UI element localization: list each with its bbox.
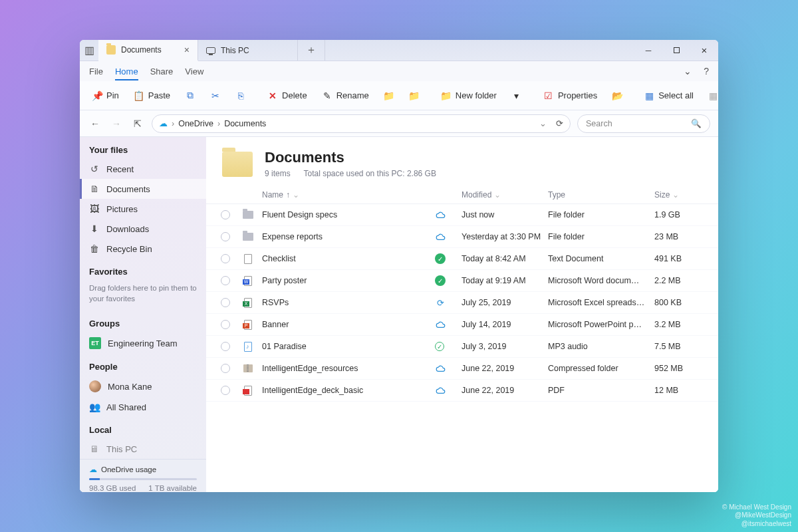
select-circle[interactable] bbox=[221, 232, 230, 241]
close-tab-icon[interactable]: × bbox=[184, 45, 190, 55]
select-circle[interactable] bbox=[221, 320, 230, 329]
file-row[interactable]: Expense reportsYesterday at 3:30 PMFile … bbox=[206, 226, 718, 248]
file-row[interactable]: BannerJuly 14, 2019Microsoft PowerPoint … bbox=[206, 314, 718, 336]
col-type[interactable]: Type bbox=[548, 190, 654, 200]
syncing-status-icon: ⟳ bbox=[435, 297, 446, 308]
address-bar[interactable]: ☁ › OneDrive › Documents ⌄ ⟳ bbox=[152, 114, 571, 133]
move-to-button[interactable]: 📁 bbox=[380, 88, 398, 104]
copy-to-icon: 📁 bbox=[409, 90, 420, 101]
new-folder-button[interactable]: 📁New folder bbox=[437, 88, 501, 104]
breadcrumb-current[interactable]: Documents bbox=[224, 119, 266, 128]
chevron-down-icon: ⌄ bbox=[293, 190, 299, 200]
file-name: Expense reports bbox=[262, 232, 435, 241]
new-tab-button[interactable]: ＋ bbox=[298, 40, 325, 61]
col-size[interactable]: Size ⌄ bbox=[654, 190, 701, 200]
maximize-button[interactable] bbox=[662, 40, 690, 61]
tab-this-pc[interactable]: This PC bbox=[198, 40, 298, 61]
menu-share[interactable]: Share bbox=[150, 66, 174, 76]
file-row[interactable]: Party poster✓Today at 9:19 AMMicrosoft W… bbox=[206, 270, 718, 292]
select-circle[interactable] bbox=[221, 298, 230, 307]
rename-button[interactable]: ✎Rename bbox=[318, 88, 373, 104]
back-button[interactable]: ← bbox=[88, 116, 102, 131]
select-circle[interactable] bbox=[221, 276, 230, 285]
pc-icon: 🖥 bbox=[89, 444, 100, 454]
sidebar-item-documents[interactable]: 🗎Documents bbox=[80, 179, 206, 199]
menu-file[interactable]: File bbox=[89, 66, 103, 76]
main-pane: Documents 9 items Total space used on th… bbox=[206, 137, 718, 492]
file-row[interactable]: Checklist✓Today at 8:42 AMText Document4… bbox=[206, 248, 718, 270]
select-circle[interactable] bbox=[221, 254, 230, 263]
sidebar-item-group-engineering[interactable]: ETEngineering Team bbox=[80, 332, 206, 354]
file-name: IntelligentEdge_deck_basic bbox=[262, 386, 435, 395]
delete-button[interactable]: ✕Delete bbox=[263, 88, 311, 104]
file-size: 7.5 MB bbox=[654, 342, 701, 351]
pictures-icon: 🖼 bbox=[89, 203, 100, 214]
select-circle[interactable] bbox=[221, 342, 230, 351]
scissors-icon: ✂ bbox=[210, 90, 221, 101]
column-headers: Name ↑ ⌄ Modified ⌄ Type Size ⌄ bbox=[206, 186, 718, 204]
file-row[interactable]: IntelligentEdge_deck_basicJune 22, 2019P… bbox=[206, 380, 718, 402]
file-size: 800 KB bbox=[654, 298, 701, 307]
file-row[interactable]: 01 Paradise✓July 3, 2019MP3 audio7.5 MB bbox=[206, 336, 718, 358]
refresh-icon[interactable]: ⟳ bbox=[556, 118, 563, 128]
minimize-button[interactable]: ─ bbox=[634, 40, 662, 61]
file-row[interactable]: IntelligentEdge_resourcesJune 22, 2019Co… bbox=[206, 358, 718, 380]
file-modified: Today at 8:42 AM bbox=[462, 254, 548, 263]
attribution: © Michael West Design @MikeWestDesign @i… bbox=[722, 503, 791, 529]
search-icon: 🔍 bbox=[691, 118, 702, 128]
open-button[interactable]: 📂 bbox=[608, 88, 626, 104]
usage-bar bbox=[89, 478, 197, 480]
breadcrumb-root[interactable]: OneDrive bbox=[178, 119, 213, 128]
chevron-down-icon[interactable]: ⌄ bbox=[539, 118, 547, 128]
menu-view[interactable]: View bbox=[185, 66, 203, 76]
forward-button[interactable]: → bbox=[109, 116, 124, 131]
up-button[interactable]: ⇱ bbox=[130, 116, 145, 131]
copy-to-button[interactable]: 📁 bbox=[405, 88, 424, 104]
titlebar: ▥ Documents × This PC ＋ ─ × bbox=[80, 40, 718, 61]
menu-home[interactable]: Home bbox=[115, 66, 138, 80]
tab-label: This PC bbox=[221, 46, 249, 55]
sidebar: Your files ↺Recent 🗎Documents 🖼Pictures … bbox=[80, 137, 206, 492]
file-type-icon bbox=[242, 319, 254, 331]
col-name[interactable]: Name ↑ ⌄ bbox=[262, 190, 435, 200]
search-placeholder: Search bbox=[586, 119, 612, 128]
sidebar-item-this-pc[interactable]: 🖥This PC bbox=[80, 439, 206, 459]
new-item-button[interactable]: ▾ bbox=[507, 88, 526, 104]
paste-button[interactable]: 📋Paste bbox=[130, 88, 174, 104]
select-all-icon: ▦ bbox=[644, 90, 654, 101]
usage-used: 98.3 GB used bbox=[89, 484, 136, 492]
new-folder-icon: 📁 bbox=[441, 90, 452, 101]
search-input[interactable]: Search 🔍 bbox=[577, 114, 710, 133]
select-all-button[interactable]: ▦Select all bbox=[640, 88, 698, 104]
cut-button[interactable]: ✂ bbox=[206, 88, 225, 104]
sidebar-item-pictures[interactable]: 🖼Pictures bbox=[80, 199, 206, 219]
cloud-status-icon bbox=[435, 363, 446, 374]
onedrive-usage-label: OneDrive usage bbox=[101, 466, 156, 473]
sidebar-item-recycle[interactable]: 🗑Recycle Bin bbox=[80, 239, 206, 259]
file-type: Microsoft Word docum… bbox=[548, 276, 654, 285]
help-icon[interactable]: ? bbox=[704, 66, 709, 76]
close-window-button[interactable]: × bbox=[690, 40, 718, 61]
select-none-button[interactable]: ▦ bbox=[704, 88, 718, 104]
sidebar-item-recent[interactable]: ↺Recent bbox=[80, 159, 206, 179]
select-circle[interactable] bbox=[221, 386, 230, 395]
sidebar-item-person-mona[interactable]: Mona Kane bbox=[80, 376, 206, 397]
sets-icon[interactable]: ▥ bbox=[80, 40, 98, 61]
file-modified: June 22, 2019 bbox=[462, 364, 548, 373]
select-circle[interactable] bbox=[221, 210, 230, 219]
sidebar-item-downloads[interactable]: ⬇Downloads bbox=[80, 219, 206, 239]
menu-bar: File Home Share View ⌄ ? bbox=[80, 61, 718, 81]
file-row[interactable]: Fluent Design specsJust nowFile folder1.… bbox=[206, 204, 718, 226]
properties-button[interactable]: ☑Properties bbox=[539, 88, 601, 104]
pin-button[interactable]: 📌Pin bbox=[88, 88, 123, 104]
sidebar-item-all-shared[interactable]: 👥All Shared bbox=[80, 397, 206, 417]
collapse-ribbon-icon[interactable]: ⌄ bbox=[684, 66, 692, 76]
file-row[interactable]: RSVPs⟳July 25, 2019Microsoft Excel sprea… bbox=[206, 292, 718, 314]
file-modified: Yesterday at 3:30 PM bbox=[462, 232, 548, 241]
col-modified[interactable]: Modified ⌄ bbox=[462, 190, 548, 200]
copy-button[interactable]: ⧉ bbox=[181, 88, 200, 104]
copy-path-button[interactable]: ⎘ bbox=[231, 88, 250, 104]
select-circle[interactable] bbox=[221, 364, 230, 373]
tab-documents[interactable]: Documents × bbox=[98, 40, 198, 61]
file-name: IntelligentEdge_resources bbox=[262, 364, 435, 373]
